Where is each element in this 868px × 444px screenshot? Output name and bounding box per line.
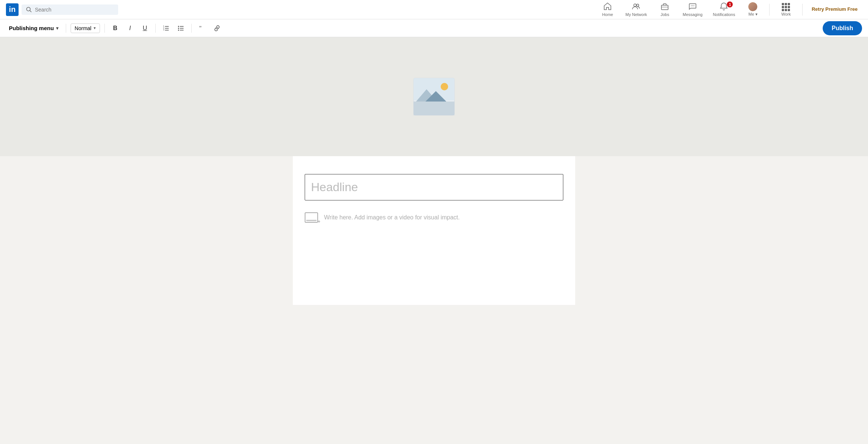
italic-button[interactable]: I	[124, 22, 136, 34]
publishing-menu[interactable]: Publishing menu ▾	[6, 23, 61, 33]
top-navigation: in Home	[0, 0, 868, 19]
notification-badge: 1	[727, 1, 733, 7]
svg-rect-27	[414, 102, 454, 115]
retry-premium-button[interactable]: Retry Premium Free	[807, 5, 862, 14]
toolbar-divider-2	[104, 24, 105, 33]
body-hint[interactable]: Write here. Add images or a video for vi…	[305, 212, 563, 223]
nav-items: Home My Network	[596, 1, 862, 18]
link-button[interactable]	[211, 22, 223, 34]
nav-jobs-label: Jobs	[661, 12, 669, 17]
publishing-menu-label: Publishing menu	[9, 25, 54, 31]
nav-messaging-label: Messaging	[683, 12, 702, 17]
editor-content-area: Write here. Add images or a video for vi…	[293, 156, 575, 305]
search-bar[interactable]	[22, 4, 118, 15]
nav-item-me[interactable]: Me ▾	[741, 1, 765, 18]
quote-button[interactable]: "	[196, 22, 208, 34]
nav-item-jobs[interactable]: Jobs	[653, 1, 677, 18]
toolbar-divider-4	[191, 24, 192, 33]
nav-notifications-label: Notifications	[713, 12, 735, 17]
svg-rect-4	[661, 5, 668, 10]
media-icon	[305, 212, 318, 223]
format-selector[interactable]: Normal ▾	[71, 23, 100, 33]
avatar-image	[748, 2, 757, 11]
home-icon	[603, 2, 612, 12]
search-input[interactable]	[35, 7, 114, 13]
svg-point-19	[178, 28, 179, 29]
publish-button[interactable]: Publish	[823, 21, 862, 35]
toolbar-divider-1	[66, 24, 66, 33]
cover-image-area[interactable]	[0, 37, 868, 156]
nav-work-label: Work	[781, 12, 791, 16]
svg-point-7	[692, 6, 693, 6]
headline-input[interactable]	[305, 174, 563, 200]
jobs-icon	[661, 2, 669, 12]
nav-me-label: Me ▾	[748, 12, 757, 17]
svg-point-20	[178, 29, 179, 30]
nav-item-home[interactable]: Home	[596, 1, 619, 18]
unordered-list-button[interactable]	[175, 22, 187, 34]
svg-point-18	[178, 26, 179, 27]
work-grid-icon	[782, 3, 790, 11]
ordered-list-button[interactable]: 1 2 3	[160, 22, 172, 34]
svg-line-1	[30, 10, 32, 12]
messaging-icon	[689, 2, 697, 12]
svg-point-2	[634, 4, 637, 7]
nav-divider-1	[769, 4, 770, 16]
linkedin-logo[interactable]: in	[6, 3, 19, 16]
my-network-icon	[632, 2, 640, 12]
nav-item-work[interactable]: Work	[774, 1, 798, 18]
editor-toolbar: Publishing menu ▾ Normal ▾ B I U 1 2 3	[0, 19, 868, 37]
toolbar-divider-3	[155, 24, 156, 33]
nav-home-label: Home	[602, 12, 613, 17]
svg-point-24	[441, 83, 448, 90]
svg-point-6	[691, 6, 692, 6]
search-icon	[26, 7, 32, 13]
format-chevron: ▾	[94, 26, 96, 30]
nav-item-notifications[interactable]: 1 Notifications	[709, 1, 740, 18]
svg-text:": "	[199, 25, 202, 31]
nav-item-messaging[interactable]: Messaging	[678, 1, 707, 18]
cover-image-placeholder	[412, 76, 456, 117]
nav-divider-2	[802, 4, 803, 16]
format-label: Normal	[75, 25, 91, 31]
avatar	[748, 2, 757, 11]
nav-network-label: My Network	[625, 12, 647, 17]
publishing-menu-chevron: ▾	[56, 26, 58, 31]
svg-text:3: 3	[163, 29, 164, 31]
nav-item-my-network[interactable]: My Network	[621, 1, 651, 18]
svg-point-3	[637, 4, 639, 6]
body-placeholder-text: Write here. Add images or a video for vi…	[324, 214, 460, 221]
bold-button[interactable]: B	[109, 22, 121, 34]
underline-button[interactable]: U	[139, 22, 151, 34]
svg-point-8	[693, 6, 694, 6]
